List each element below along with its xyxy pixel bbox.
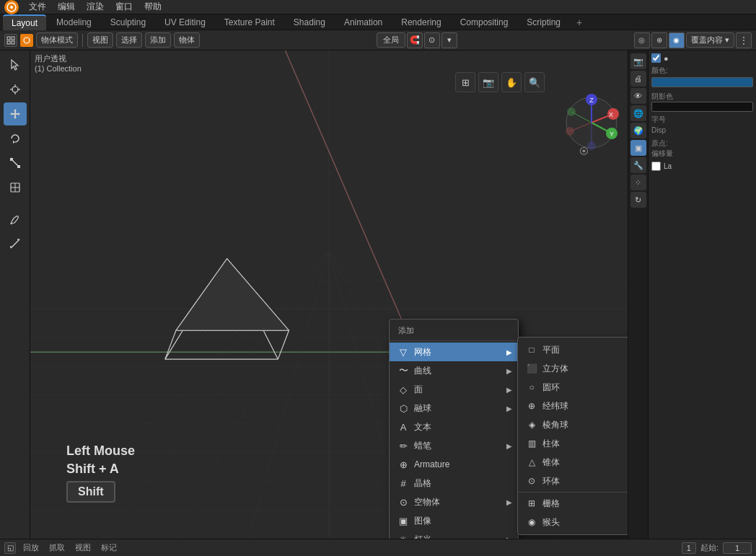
props-icon-output[interactable]: 🖨 (630, 71, 646, 87)
svg-rect-2 (7, 37, 10, 40)
menu-item-armature[interactable]: ⊕ Armature (390, 455, 518, 474)
torus-label: 环体 (542, 475, 560, 487)
menu-item-gpencil[interactable]: ✏ 蜡笔 ▶ (390, 436, 518, 455)
curve-icon: 〜 (397, 364, 410, 377)
tab-rendering[interactable]: Rendering (392, 15, 449, 30)
hand-icon[interactable]: ✋ (501, 72, 522, 92)
navigation-gizmo[interactable]: X Y Z (563, 94, 620, 151)
tool-scale[interactable] (4, 151, 27, 175)
bottom-bar: ◱ 回放 抓取 视图 标记 1 起始: 1 (0, 539, 756, 556)
frame-number[interactable]: 1 (682, 542, 696, 554)
markers-btn[interactable]: 标记 (98, 542, 120, 554)
tool-select[interactable] (4, 53, 27, 76)
color-swatch-1[interactable] (651, 77, 753, 87)
submenu-circle[interactable]: ○ 圆环 (518, 378, 628, 397)
tool-cursor[interactable] (4, 78, 27, 101)
tab-texture-paint[interactable]: Texture Paint (216, 15, 284, 30)
blender-logo[interactable] (4, 0, 19, 14)
viewport-shading[interactable]: ◉ (669, 32, 685, 48)
tab-scripting[interactable]: Scripting (518, 15, 569, 30)
tool-move[interactable] (4, 102, 27, 125)
tab-sculpting[interactable]: Sculpting (102, 15, 154, 30)
menu-edit[interactable]: 编辑 (52, 0, 81, 14)
viewport-icon[interactable] (4, 34, 17, 47)
tab-shading[interactable]: Shading (285, 15, 334, 30)
add-menu-btn[interactable]: 添加 (145, 32, 171, 48)
camera-view-icon[interactable]: 📷 (478, 72, 498, 92)
submenu-cone[interactable]: △ 锥体 (518, 453, 628, 472)
tool-rotate[interactable] (4, 127, 27, 150)
props-icon-render[interactable]: 📷 (630, 53, 646, 69)
layer-check[interactable] (651, 162, 661, 171)
viewport[interactable]: 用户透视 (1) Collection ⊞ 📷 ✋ 🔍 X Y (30, 50, 628, 539)
props-icon-view[interactable]: 👁 (630, 88, 646, 104)
top-menu-bar: 文件 编辑 渲染 窗口 帮助 (0, 0, 756, 14)
overlay-label[interactable]: 覆盖内容 ▾ (686, 32, 734, 48)
submenu-grid[interactable]: ⊞ 栅格 (518, 494, 628, 513)
tab-layout[interactable]: Layout (3, 14, 46, 30)
grid-view-icon[interactable]: ⊞ (455, 72, 475, 92)
menu-item-mesh[interactable]: ▽ 网格 ▶ (390, 343, 518, 361)
tool-measure[interactable] (4, 232, 27, 255)
shadow-swatch[interactable] (651, 102, 753, 112)
metaball-arrow: ▶ (506, 405, 512, 412)
props-header: ● (651, 53, 753, 63)
text-icon: A (397, 420, 410, 433)
object-menu[interactable]: 物体 (174, 32, 200, 48)
tab-compositing[interactable]: Compositing (452, 15, 517, 30)
tab-uv-editing[interactable]: UV Editing (156, 15, 214, 30)
add-workspace-button[interactable]: + (571, 14, 588, 30)
props-icon-modifier[interactable]: 🔧 (630, 157, 646, 173)
menu-item-image[interactable]: ▣ 图像 (390, 511, 518, 530)
tool-transform[interactable] (4, 176, 27, 199)
snap-options[interactable]: ▾ (441, 32, 457, 48)
menu-item-light[interactable]: ☀ 灯光 ▶ (390, 530, 518, 539)
playback-btn[interactable]: 回放 (20, 542, 42, 554)
menu-item-surface[interactable]: ◇ 面 ▶ (390, 380, 518, 399)
view-menu[interactable]: 视图 (87, 32, 113, 48)
menu-render[interactable]: 渲染 (81, 0, 110, 14)
tool-annotate[interactable] (4, 208, 27, 231)
menu-file[interactable]: 文件 (23, 0, 52, 14)
offset-label: 偏移量 (651, 149, 753, 159)
tab-modeling[interactable]: Modeling (48, 15, 100, 30)
global-selector[interactable]: 全局 (377, 32, 405, 48)
overlay-toggle[interactable]: ◎ (634, 32, 650, 48)
menu-help[interactable]: 帮助 (139, 0, 167, 14)
view-btn[interactable]: 视图 (72, 542, 94, 554)
snap-magnet[interactable]: 🧲 (407, 32, 423, 48)
submenu-cube[interactable]: ⬛ 立方体 (518, 359, 628, 378)
bottom-icon[interactable]: ◱ (4, 542, 16, 554)
proportional-edit[interactable]: ⊙ (424, 32, 440, 48)
layer-row: La (651, 162, 753, 171)
menu-item-metaball[interactable]: ⬡ 融球 ▶ (390, 399, 518, 418)
submenu-plane[interactable]: □ 平面 (518, 340, 628, 359)
props-icon-object[interactable]: ▣ (630, 140, 646, 156)
menu-item-text[interactable]: A 文本 (390, 418, 518, 436)
menu-item-lattice[interactable]: # 晶格 (390, 474, 518, 493)
submenu-icosphere[interactable]: ◈ 棱角球 (518, 415, 628, 434)
gizmo-toggle[interactable]: ⊕ (651, 32, 667, 48)
props-icon-world[interactable]: 🌍 (630, 123, 646, 138)
menu-item-curve[interactable]: 〜 曲线 ▶ (390, 361, 518, 380)
submenu-uvsphere[interactable]: ⊕ 经纬球 (518, 397, 628, 415)
properties-panel: ● 颜色: 阴影色 字号 Disp 原点: 偏移量 La (648, 50, 756, 539)
menu-item-empty[interactable]: ⊙ 空物体 ▶ (390, 493, 518, 511)
menu-window[interactable]: 窗口 (110, 0, 139, 14)
submenu-monkey[interactable]: ◉ 猴头 (518, 513, 628, 531)
props-visibility-check[interactable] (651, 53, 661, 63)
tab-animation[interactable]: Animation (335, 15, 391, 30)
metaball-label: 融球 (414, 402, 431, 415)
props-icon-scene[interactable]: 🌐 (630, 105, 646, 121)
select-menu[interactable]: 选择 (116, 32, 142, 48)
start-frame-input[interactable]: 1 (723, 542, 752, 554)
props-icon-physics[interactable]: ↻ (630, 192, 646, 208)
search-icon[interactable]: 🔍 (524, 72, 545, 92)
capture-btn[interactable]: 抓取 (46, 542, 68, 554)
viewport-option[interactable]: ⋮ (736, 32, 752, 48)
props-visibility-label: ● (664, 54, 669, 63)
submenu-torus[interactable]: ⊙ 环体 (518, 472, 628, 490)
props-icon-particles[interactable]: ⁘ (630, 175, 646, 190)
submenu-cylinder[interactable]: ▥ 柱体 (518, 434, 628, 453)
mode-selector[interactable]: 物体模式 (36, 32, 78, 48)
